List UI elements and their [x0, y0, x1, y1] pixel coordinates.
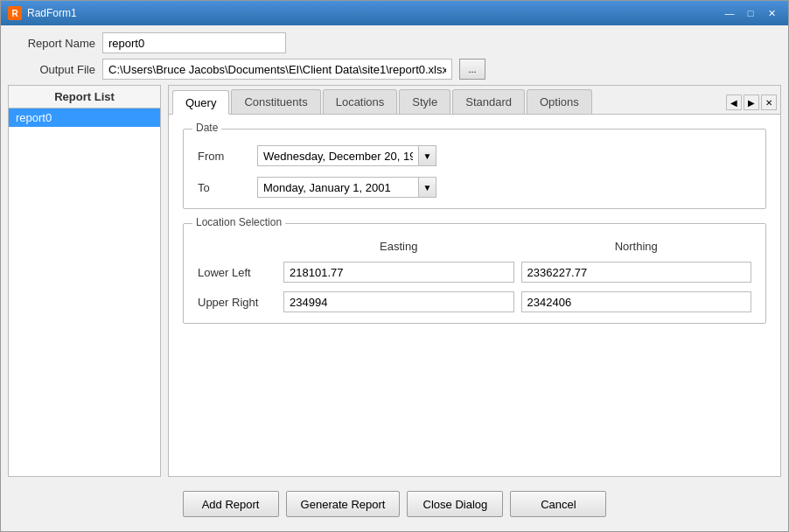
window-title: RadForm1 [27, 7, 77, 19]
list-item[interactable]: report0 [9, 108, 160, 127]
main-area: Report List report0 Query Constituents L… [8, 85, 781, 477]
tab-locations[interactable]: Locations [323, 89, 398, 114]
location-group-title: Location Selection [192, 216, 285, 228]
to-input-wrap: ▼ [257, 177, 751, 198]
lower-left-northing-input[interactable] [521, 262, 752, 283]
date-group-title: Date [192, 122, 221, 134]
close-dialog-button[interactable]: Close Dialog [407, 491, 503, 517]
output-file-label: Output File [17, 63, 95, 76]
title-bar: R RadForm1 — □ ✕ [1, 1, 788, 25]
content-panel: Query Constituents Locations Style Stand… [168, 85, 781, 477]
window-body: Report Name Output File ... Report List … [1, 25, 788, 531]
tab-content-query: Date From ▼ To ▼ [169, 115, 780, 476]
location-grid: Easting Northing Lower Left Upper Right [198, 240, 751, 312]
app-icon: R [8, 6, 22, 20]
to-date-dropdown-button[interactable]: ▼ [419, 177, 436, 198]
cancel-button[interactable]: Cancel [510, 491, 606, 517]
location-group: Location Selection Easting Northing Lowe… [183, 223, 766, 324]
bottom-bar: Add Report Generate Report Close Dialog … [8, 482, 781, 524]
from-input-wrap: ▼ [257, 145, 751, 166]
date-grid: From ▼ To ▼ [198, 145, 751, 198]
maximize-button[interactable]: □ [741, 5, 760, 21]
date-group: Date From ▼ To ▼ [183, 129, 766, 209]
lower-left-easting-input[interactable] [283, 262, 514, 283]
from-date-input[interactable] [257, 145, 419, 166]
tab-nav-buttons: ◀ ▶ ✕ [726, 94, 777, 114]
upper-right-easting-input[interactable] [283, 291, 514, 312]
main-window: R RadForm1 — □ ✕ Report Name Output File… [0, 0, 789, 532]
tab-style[interactable]: Style [399, 89, 450, 114]
upper-right-northing-input[interactable] [521, 291, 752, 312]
output-file-row: Output File ... [17, 59, 781, 80]
top-fields: Report Name Output File ... [17, 32, 781, 80]
output-file-input[interactable] [102, 59, 452, 80]
from-date-dropdown-button[interactable]: ▼ [419, 145, 436, 166]
report-list-body: report0 [8, 108, 161, 477]
tab-constituents[interactable]: Constituents [231, 89, 320, 114]
northing-header: Northing [521, 240, 752, 253]
tab-query[interactable]: Query [172, 90, 229, 115]
report-list-header: Report List [8, 85, 161, 108]
report-name-row: Report Name [17, 32, 781, 53]
tab-prev-button[interactable]: ◀ [726, 94, 742, 110]
report-list-panel: Report List report0 [8, 85, 161, 477]
easting-header: Easting [283, 240, 514, 253]
minimize-button[interactable]: — [720, 5, 739, 21]
tab-standard[interactable]: Standard [452, 89, 525, 114]
generate-report-button[interactable]: Generate Report [286, 491, 401, 517]
lower-left-label: Lower Left [198, 266, 276, 279]
upper-right-label: Upper Right [198, 296, 276, 309]
add-report-button[interactable]: Add Report [183, 491, 279, 517]
tabs-bar: Query Constituents Locations Style Stand… [169, 86, 780, 115]
browse-button[interactable]: ... [459, 59, 485, 80]
report-name-input[interactable] [102, 32, 286, 53]
to-date-input[interactable] [257, 177, 419, 198]
close-button[interactable]: ✕ [762, 5, 781, 21]
from-label: From [198, 150, 250, 163]
window-controls: — □ ✕ [720, 5, 781, 21]
report-name-label: Report Name [17, 37, 95, 50]
title-bar-left: R RadForm1 [8, 6, 77, 20]
tab-next-button[interactable]: ▶ [744, 94, 759, 110]
tab-options[interactable]: Options [527, 89, 592, 114]
tab-close-button[interactable]: ✕ [761, 94, 777, 110]
to-label: To [198, 181, 250, 194]
